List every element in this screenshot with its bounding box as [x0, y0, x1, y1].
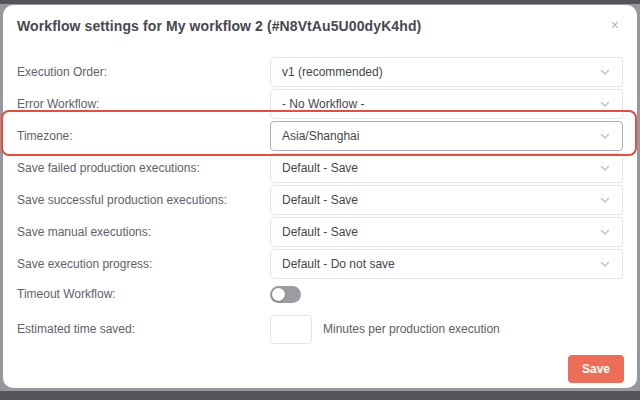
chevron-down-icon [599, 66, 611, 78]
field-row-timezone: Timezone:Asia/Shanghai [17, 121, 623, 151]
modal-header: Workflow settings for My workflow 2 (#N8… [17, 18, 623, 34]
window-edge-top [0, 0, 640, 4]
timezone-select[interactable]: Asia/Shanghai [270, 121, 623, 151]
settings-fields: Execution Order:v1 (recommended)Error Wo… [17, 57, 623, 344]
modal-title: Workflow settings for My workflow 2 (#N8… [17, 18, 421, 34]
field-label: Save execution progress: [17, 257, 270, 271]
field-label: Save successful production executions: [17, 193, 270, 207]
save-button[interactable]: Save [568, 355, 624, 383]
estimated-time-saved-input[interactable] [270, 315, 312, 344]
save-failed-production-executions-select[interactable]: Default - Save [270, 153, 623, 183]
field-row-save-successful-production-executions: Save successful production executions:De… [17, 185, 623, 215]
select-value: - No Workflow - [282, 97, 364, 111]
save-execution-progress-select[interactable]: Default - Do not save [270, 249, 623, 279]
toggle-knob [272, 288, 285, 301]
field-label: Estimated time saved: [17, 322, 270, 336]
field-label: Error Workflow: [17, 97, 270, 111]
chevron-down-icon [599, 130, 611, 142]
chevron-down-icon [599, 226, 611, 238]
error-workflow-select[interactable]: - No Workflow - [270, 89, 623, 119]
select-value: Asia/Shanghai [282, 129, 359, 143]
chevron-down-icon [599, 194, 611, 206]
close-icon[interactable]: × [607, 16, 623, 34]
select-value: Default - Do not save [282, 257, 395, 271]
workflow-settings-modal: Workflow settings for My workflow 2 (#N8… [3, 5, 637, 388]
input-suffix-text: Minutes per production execution [323, 322, 500, 336]
field-row-timeout-workflow: Timeout Workflow: [17, 282, 623, 306]
field-row-save-failed-production-executions: Save failed production executions:Defaul… [17, 153, 623, 183]
chevron-down-icon [599, 162, 611, 174]
save-successful-production-executions-select[interactable]: Default - Save [270, 185, 623, 215]
timeout-workflow-toggle[interactable] [270, 286, 301, 303]
field-row-save-manual-executions: Save manual executions:Default - Save [17, 217, 623, 247]
field-row-estimated-time-saved: Estimated time saved:Minutes per product… [17, 314, 623, 344]
chevron-down-icon [599, 258, 611, 270]
select-value: Default - Save [282, 193, 358, 207]
select-value: Default - Save [282, 225, 358, 239]
execution-order-select[interactable]: v1 (recommended) [270, 57, 623, 87]
field-label: Save manual executions: [17, 225, 270, 239]
modal-footer: Save [568, 355, 624, 383]
window-edge-bottom [0, 391, 640, 400]
field-label: Execution Order: [17, 65, 270, 79]
field-label: Save failed production executions: [17, 161, 270, 175]
chevron-down-icon [599, 98, 611, 110]
field-row-error-workflow: Error Workflow:- No Workflow - [17, 89, 623, 119]
field-label: Timeout Workflow: [17, 287, 270, 301]
field-label: Timezone: [17, 129, 270, 143]
select-value: v1 (recommended) [282, 65, 383, 79]
field-row-execution-order: Execution Order:v1 (recommended) [17, 57, 623, 87]
select-value: Default - Save [282, 161, 358, 175]
save-manual-executions-select[interactable]: Default - Save [270, 217, 623, 247]
field-row-save-execution-progress: Save execution progress:Default - Do not… [17, 249, 623, 279]
